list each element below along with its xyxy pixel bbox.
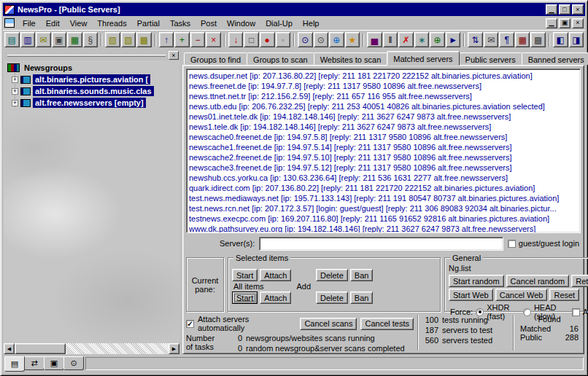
ban-selected-button[interactable]: Ban	[350, 269, 374, 281]
toggle-view-pane-button[interactable]: ◨	[569, 32, 584, 47]
hold-tasks-button[interactable]: ‖	[383, 32, 398, 47]
menu-item[interactable]: Threads	[92, 17, 131, 29]
print-button[interactable]: §	[83, 32, 98, 47]
head-radio[interactable]	[523, 308, 531, 316]
delete-item-button[interactable]: ×	[206, 32, 221, 47]
panel-grip[interactable]	[7, 55, 166, 57]
options-button[interactable]: ∗	[414, 32, 430, 47]
auto-checkbox[interactable]	[572, 308, 580, 316]
tab-matched-servers[interactable]: Matched servers	[387, 51, 459, 66]
tree-item-alt-binaries-pictures-aviation[interactable]: + alt.binaries.pictures.aviation [	[12, 74, 179, 85]
move-up-button[interactable]: ↑	[159, 32, 174, 47]
newsgroups-pane-button[interactable]: ▤	[4, 32, 20, 47]
scroll-left-icon[interactable]: ◀	[4, 343, 15, 354]
compose-post-button[interactable]: ✉	[36, 32, 51, 47]
toggle-tree-pane-button[interactable]: ◧	[553, 32, 568, 47]
tab-banned-servers[interactable]: Banned servers	[522, 52, 588, 65]
view-page-button[interactable]: ▫	[276, 32, 291, 47]
open-folder-button[interactable]: ▨	[121, 32, 136, 47]
delete-all-button[interactable]: Delete	[316, 291, 348, 304]
menu-item[interactable]: File	[18, 17, 41, 29]
pane-tab-pages[interactable]: ▣	[44, 356, 64, 370]
scan-groups-button[interactable]: ⊙	[298, 32, 313, 47]
close-button[interactable]: ×	[572, 4, 584, 15]
expander-icon[interactable]: +	[12, 77, 18, 83]
tab-websites-to-scan[interactable]: Websites to scan	[314, 52, 388, 65]
start-selected-button[interactable]: Start	[232, 269, 258, 281]
delete-folder-button[interactable]: ▩	[136, 32, 152, 47]
attach-all-button[interactable]: Attach	[260, 291, 291, 304]
tree-item-alt-binaries-sounds-music-clas[interactable]: + alt.binaries.sounds.music.clas	[12, 85, 179, 97]
minimize-button[interactable]: ▁	[546, 4, 557, 15]
server-row[interactable]: newscache1.freenet.de [ip: 194.97.5.14] …	[189, 142, 578, 152]
delete-selected-button[interactable]: Delete	[316, 269, 348, 281]
download-headers-button[interactable]: ↓	[228, 32, 244, 47]
statistics-button[interactable]: ▅	[367, 32, 382, 47]
tree-horizontal-scrollbar[interactable]: ◀ ▶	[4, 343, 179, 354]
server-row[interactable]: test.news.mediaways.net [ip: 195.71.133.…	[189, 193, 578, 203]
tree-item-alt-free-newsservers[interactable]: + alt.free.newsservers [empty]	[12, 97, 179, 109]
server-row[interactable]: news.utb.edu [ip: 206.76.232.25] [reply:…	[189, 101, 578, 111]
scrollbar-track[interactable]	[15, 343, 169, 354]
scan-web-button[interactable]: ⊕	[329, 32, 344, 47]
server-row[interactable]: www.dk.pathsurvey.eu.org [ip: 194.182.14…	[189, 224, 578, 233]
refresh-button[interactable]: ⇅	[468, 32, 483, 47]
layout-grid-button[interactable]: ▩	[530, 32, 546, 47]
reset-button[interactable]: Reset	[549, 289, 579, 301]
server-row[interactable]: news.ttnet.net.tr [ip: 212.156.2.59] [re…	[189, 91, 578, 101]
server-row[interactable]: news.freenet.de [ip: 194.97.7.8] [reply:…	[189, 81, 578, 91]
attach-newsgroups-button[interactable]: ▥	[20, 32, 36, 47]
menu-item[interactable]: Help	[298, 17, 325, 29]
server-row[interactable]: news01.inet.tele.dk [ip: 194.182.148.146…	[189, 111, 578, 122]
expander-icon[interactable]: +	[12, 100, 18, 106]
menu-item[interactable]: Partial	[132, 17, 165, 29]
server-row[interactable]: newscache2.freenet.de [ip: 194.97.5.10] …	[189, 152, 578, 162]
pane-tab-newsgroups[interactable]: ▤	[4, 356, 25, 372]
menu-item[interactable]: Edit	[41, 17, 65, 29]
schedule-button[interactable]: ▦	[515, 32, 530, 47]
pane-tab-connections[interactable]: ⇄	[24, 356, 45, 370]
start-tasks-button[interactable]: ►	[446, 32, 461, 47]
menu-item[interactable]: View	[65, 17, 93, 29]
read-articles-button[interactable]: ▦	[67, 32, 82, 47]
child-restore-button[interactable]: ▣	[559, 18, 570, 28]
guest-login-checkbox[interactable]	[508, 240, 516, 248]
menu-item[interactable]: Window	[222, 17, 260, 29]
server-row[interactable]: newscache0.freenet.de [ip: 194.97.5.8] […	[189, 132, 578, 142]
attach-auto-checkbox[interactable]	[186, 320, 194, 328]
ban-all-button[interactable]: Ban	[350, 291, 374, 304]
xhdr-radio[interactable]	[476, 308, 484, 316]
find-button[interactable]: ⊙	[314, 32, 329, 47]
cancel-scans-button[interactable]: Cancel scans	[300, 318, 357, 330]
log-button[interactable]: ¶	[499, 32, 514, 47]
server-row[interactable]: test.news.rcn.net [ip: 207.172.3.57] [lo…	[189, 203, 578, 214]
tab-groups-to-find[interactable]: Groups to find	[184, 52, 247, 65]
server-row[interactable]: news.dsuper.net [ip: 207.136.80.22] [rep…	[189, 71, 578, 81]
expander-icon[interactable]: +	[12, 88, 18, 95]
start-all-button[interactable]: Start	[232, 291, 258, 304]
copy-article-button[interactable]: ▣	[52, 32, 67, 47]
menu-item[interactable]: Dial-Up	[260, 17, 298, 29]
tab-public-servers[interactable]: Public servers	[459, 52, 522, 65]
panel-close-button[interactable]: ×	[169, 51, 179, 60]
retry-button[interactable]: Retry	[571, 275, 588, 287]
stop-button[interactable]: ●	[260, 32, 275, 47]
cancel-tests-button[interactable]: Cancel tests	[360, 318, 414, 330]
cancel-web-button[interactable]: Cancel Web	[495, 289, 548, 301]
menu-item[interactable]: Post	[196, 17, 222, 29]
new-folder-button[interactable]: ▧	[105, 32, 120, 47]
remove-item-button[interactable]: −	[190, 32, 206, 47]
server-row[interactable]: newscache3.freenet.de [ip: 194.97.5.12] …	[189, 162, 578, 173]
pane-tab-search[interactable]: ⊙	[63, 356, 84, 370]
start-random-button[interactable]: Start random	[449, 275, 504, 287]
tree-root-newsgroups[interactable]: Newsgroups	[5, 62, 179, 74]
cancel-random-button[interactable]: Cancel random	[506, 275, 570, 287]
menu-item[interactable]: Tasks	[165, 17, 196, 29]
world-button[interactable]: ⊕	[430, 32, 445, 47]
server-row[interactable]: newshub.ccs.yorku.ca [ip: 130.63.236.64]…	[189, 173, 578, 183]
start-web-button[interactable]: Start Web	[449, 289, 493, 301]
server-row[interactable]: testnews.execpc.com [ip: 169.207.116.80]…	[189, 214, 578, 224]
child-close-button[interactable]: ×	[572, 18, 584, 28]
server-row[interactable]: quark.idirect.com [ip: 207.136.80.22] [r…	[189, 183, 578, 193]
add-item-button[interactable]: +	[174, 32, 190, 47]
